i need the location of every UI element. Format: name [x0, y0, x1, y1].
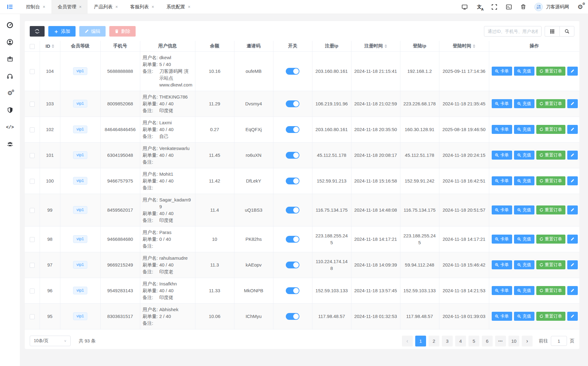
reset-order-button[interactable]: 重置订单: [536, 151, 565, 160]
sidebar-item-members[interactable]: [0, 33, 20, 51]
row-checkbox[interactable]: [30, 179, 35, 184]
row-checkbox[interactable]: [30, 153, 35, 158]
sort-carets-icon[interactable]: [473, 44, 475, 48]
tab-控制台[interactable]: 控制台×: [20, 0, 51, 14]
tab-close-icon[interactable]: ×: [79, 5, 81, 9]
page-button-4[interactable]: 4: [455, 336, 466, 346]
reset-order-button[interactable]: 重置订单: [536, 125, 565, 134]
row-checkbox[interactable]: [30, 289, 35, 293]
recharge-button[interactable]: 充值: [514, 312, 534, 321]
status-toggle[interactable]: [286, 68, 299, 75]
row-checkbox[interactable]: [30, 314, 35, 319]
recharge-button[interactable]: 充值: [514, 99, 534, 108]
search-button[interactable]: [560, 26, 574, 37]
status-toggle[interactable]: [286, 262, 299, 268]
trash-icon[interactable]: [520, 3, 527, 10]
sidebar-item-users[interactable]: [0, 136, 20, 153]
monitor-icon[interactable]: [461, 3, 468, 10]
sidebar-item-products[interactable]: [0, 51, 20, 68]
fullscreen-icon[interactable]: [491, 3, 498, 10]
status-toggle[interactable]: [286, 207, 299, 214]
row-checkbox[interactable]: [30, 127, 35, 132]
reset-order-button[interactable]: 重置订单: [536, 176, 565, 185]
row-edit-button[interactable]: [567, 67, 578, 76]
sidebar-item-settings[interactable]: ⚙⚙: [0, 85, 20, 102]
avatar[interactable]: 刀客 源码: [534, 3, 543, 11]
status-toggle[interactable]: [286, 236, 299, 243]
card-order-button[interactable]: 卡单: [492, 176, 512, 185]
page-button-5[interactable]: 5: [468, 336, 479, 346]
page-button-10[interactable]: 10: [508, 336, 519, 346]
user-name[interactable]: 刀客源码网: [546, 4, 569, 10]
card-order-button[interactable]: 卡单: [492, 286, 512, 295]
card-order-button[interactable]: 卡单: [492, 260, 512, 269]
tab-会员管理[interactable]: 会员管理×: [51, 0, 88, 14]
tab-close-icon[interactable]: ×: [188, 5, 190, 9]
settings-gear-icon[interactable]: ⚙⚙: [577, 3, 584, 10]
recharge-button[interactable]: 充值: [514, 176, 534, 185]
page-size-select[interactable]: 10条/页 ∨: [30, 336, 71, 346]
card-order-button[interactable]: 卡单: [492, 99, 512, 108]
recharge-button[interactable]: 充值: [514, 151, 534, 160]
status-toggle[interactable]: [286, 152, 299, 159]
card-order-button[interactable]: 卡单: [492, 125, 512, 134]
select-all-checkbox[interactable]: [30, 44, 35, 49]
tab-close-icon[interactable]: ×: [152, 5, 154, 9]
row-checkbox[interactable]: [30, 69, 35, 74]
card-order-button[interactable]: 卡单: [492, 67, 512, 76]
page-button-1[interactable]: 1: [415, 336, 426, 346]
edit-button[interactable]: 编辑: [79, 26, 106, 37]
pager-ellipsis[interactable]: •••: [495, 336, 506, 346]
card-order-button[interactable]: 卡单: [492, 151, 512, 160]
sidebar-item-dashboard[interactable]: [0, 16, 20, 33]
row-edit-button[interactable]: [567, 235, 578, 244]
sort-carets-icon[interactable]: [52, 44, 54, 48]
sidebar-item-service[interactable]: [0, 68, 20, 85]
row-edit-button[interactable]: [567, 312, 578, 321]
tab-客服列表[interactable]: 客服列表×: [124, 0, 160, 14]
reset-order-button[interactable]: 重置订单: [536, 312, 565, 321]
translate-icon[interactable]: 文A: [476, 3, 483, 10]
row-edit-button[interactable]: [567, 260, 578, 269]
search-input[interactable]: [484, 26, 542, 37]
page-button-3[interactable]: 3: [442, 336, 453, 346]
sidebar-item-code[interactable]: </>: [0, 119, 20, 136]
tab-close-icon[interactable]: ×: [43, 5, 45, 9]
columns-grid-button[interactable]: [545, 26, 560, 37]
refresh-button[interactable]: [30, 26, 45, 37]
sidebar-item-security[interactable]: [0, 102, 20, 119]
row-checkbox[interactable]: [30, 208, 35, 213]
tab-系统配置[interactable]: 系统配置×: [160, 0, 197, 14]
status-toggle[interactable]: [286, 100, 299, 107]
row-checkbox[interactable]: [30, 102, 35, 107]
add-button[interactable]: ＋ 添加: [48, 26, 76, 37]
status-toggle[interactable]: [286, 287, 299, 294]
reset-order-button[interactable]: 重置订单: [536, 235, 565, 244]
recharge-button[interactable]: 充值: [514, 67, 534, 76]
row-edit-button[interactable]: [567, 205, 578, 214]
row-edit-button[interactable]: [567, 176, 578, 185]
tab-close-icon[interactable]: ×: [115, 5, 118, 9]
reset-order-button[interactable]: 重置订单: [536, 286, 565, 295]
card-order-button[interactable]: 卡单: [492, 312, 512, 321]
card-order-button[interactable]: 卡单: [492, 205, 512, 214]
prev-page-button[interactable]: ‹: [402, 336, 413, 346]
recharge-button[interactable]: 充值: [514, 235, 534, 244]
tab-产品列表[interactable]: 产品列表×: [88, 0, 124, 14]
row-checkbox[interactable]: [30, 237, 35, 242]
status-toggle[interactable]: [286, 178, 299, 184]
row-edit-button[interactable]: [567, 125, 578, 134]
sort-carets-icon[interactable]: [385, 44, 387, 48]
reset-order-button[interactable]: 重置订单: [536, 67, 565, 76]
row-edit-button[interactable]: [567, 286, 578, 295]
status-toggle[interactable]: [286, 313, 299, 320]
next-page-button[interactable]: ›: [522, 336, 533, 346]
recharge-button[interactable]: 充值: [514, 205, 534, 214]
reset-order-button[interactable]: 重置订单: [536, 260, 565, 269]
recharge-button[interactable]: 充值: [514, 260, 534, 269]
page-button-2[interactable]: 2: [429, 336, 439, 346]
sidebar-collapse-button[interactable]: [0, 0, 20, 14]
reset-order-button[interactable]: 重置订单: [536, 205, 565, 214]
card-order-button[interactable]: 卡单: [492, 235, 512, 244]
row-checkbox[interactable]: [30, 263, 35, 268]
